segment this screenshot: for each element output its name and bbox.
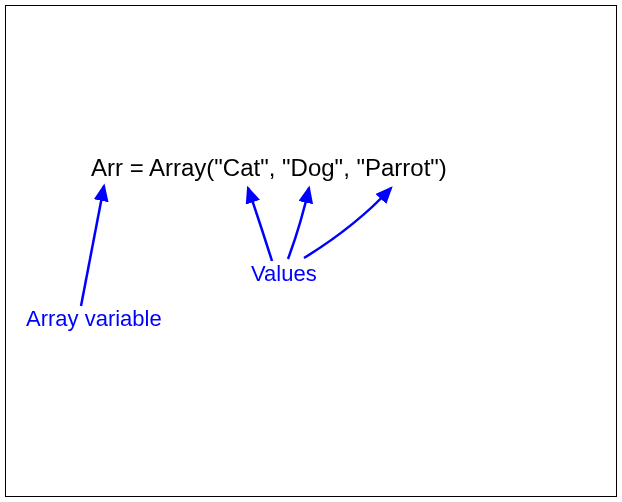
arrow-to-value-cat [248, 188, 272, 261]
arrow-to-value-dog [288, 188, 309, 259]
arrow-to-value-parrot [304, 188, 391, 258]
annotation-array-variable: Array variable [26, 306, 162, 332]
diagram-frame: Arr = Array("Cat", "Dog", "Parrot") Arra… [5, 5, 617, 497]
code-expression: Arr = Array("Cat", "Dog", "Parrot") [91, 154, 447, 182]
arrow-to-variable [81, 186, 104, 306]
annotation-values: Values [251, 261, 317, 287]
annotation-arrows [6, 6, 618, 498]
